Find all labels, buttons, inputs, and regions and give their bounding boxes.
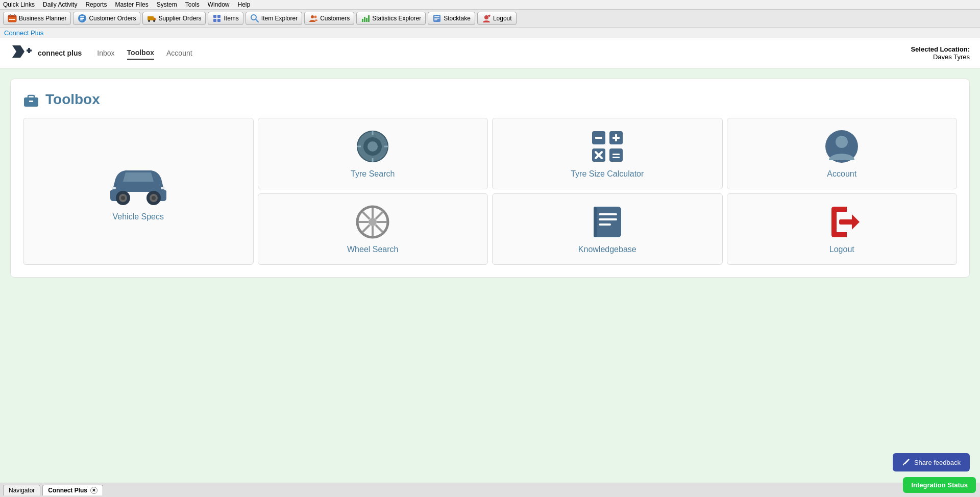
svg-rect-51 bbox=[595, 137, 602, 139]
calendar-icon bbox=[8, 14, 17, 23]
svg-rect-73 bbox=[594, 207, 621, 237]
svg-rect-74 bbox=[594, 207, 597, 237]
svg-rect-25 bbox=[366, 18, 368, 22]
svg-rect-10 bbox=[80, 19, 83, 20]
menu-master-files[interactable]: Master Files bbox=[115, 1, 148, 8]
svg-rect-59 bbox=[612, 154, 620, 155]
connect-plus-breadcrumb[interactable]: Connect Plus bbox=[0, 28, 980, 38]
svg-point-21 bbox=[311, 15, 314, 18]
status-bar: Navigator Connect Plus ✕ bbox=[0, 483, 980, 497]
svg-rect-76 bbox=[599, 218, 617, 220]
account-icon bbox=[824, 129, 860, 164]
svg-point-64 bbox=[369, 218, 377, 226]
menu-quick-links[interactable]: Quick Links bbox=[3, 1, 35, 8]
svg-point-22 bbox=[314, 16, 317, 18]
selected-location: Selected Location: Daves Tyres bbox=[911, 45, 970, 61]
svg-point-44 bbox=[152, 196, 156, 200]
svg-rect-6 bbox=[13, 19, 15, 20]
menu-bar: Quick Links Daily Activity Reports Maste… bbox=[0, 0, 980, 10]
tab-connect-plus-close[interactable]: ✕ bbox=[90, 487, 97, 494]
svg-rect-1 bbox=[8, 15, 16, 17]
tool-logout[interactable]: Logout bbox=[727, 193, 958, 265]
toolbar-logout[interactable]: Logout bbox=[477, 12, 517, 25]
customers-icon bbox=[309, 14, 318, 23]
toolbar-stocktake-label: Stocktake bbox=[444, 15, 471, 22]
svg-rect-75 bbox=[599, 213, 617, 215]
toolbar-supplier-orders[interactable]: Supplier Orders bbox=[142, 12, 206, 25]
logout-tool-icon bbox=[824, 204, 860, 240]
svg-line-72 bbox=[362, 225, 370, 232]
share-feedback-label: Share feedback bbox=[914, 459, 961, 466]
svg-rect-9 bbox=[80, 18, 84, 19]
tab-connect-plus-label: Connect Plus bbox=[48, 487, 87, 494]
tyre-icon bbox=[355, 129, 390, 164]
toolbar-items-label: Items bbox=[224, 15, 238, 22]
tab-navigator[interactable]: Navigator bbox=[3, 485, 40, 495]
menu-daily-activity[interactable]: Daily Activity bbox=[43, 1, 77, 8]
svg-rect-29 bbox=[434, 18, 439, 19]
car-icon bbox=[108, 161, 169, 207]
stats-icon bbox=[361, 14, 370, 23]
toolbox-icon bbox=[23, 91, 39, 108]
tool-wheel-search[interactable]: Wheel Search bbox=[258, 193, 488, 265]
menu-help[interactable]: Help bbox=[237, 1, 250, 8]
menu-window[interactable]: Window bbox=[208, 1, 230, 8]
svg-rect-4 bbox=[9, 19, 11, 20]
integration-status-label: Integration Status bbox=[911, 481, 968, 489]
tool-tyre-search[interactable]: Tyre Search bbox=[258, 118, 488, 189]
logout-icon bbox=[482, 14, 491, 23]
toolbar-items[interactable]: Items bbox=[208, 12, 243, 25]
svg-rect-35 bbox=[28, 48, 30, 53]
svg-line-71 bbox=[376, 212, 383, 219]
truck-icon bbox=[147, 14, 156, 23]
main-area: connect plus Inbox Toolbox Account Selec… bbox=[0, 38, 980, 483]
toolbar-item-explorer[interactable]: Item Explorer bbox=[246, 12, 302, 25]
svg-marker-79 bbox=[852, 214, 860, 230]
menu-reports[interactable]: Reports bbox=[85, 1, 107, 8]
app-header-left: connect plus Inbox Toolbox Account bbox=[10, 42, 192, 64]
svg-line-20 bbox=[256, 19, 258, 22]
toolbar-business-planner[interactable]: Business Planner bbox=[3, 12, 71, 25]
svg-rect-3 bbox=[14, 14, 15, 16]
svg-rect-30 bbox=[434, 19, 437, 20]
toolbox-card: Toolbox bbox=[10, 79, 970, 278]
toolbar-customers[interactable]: Customers bbox=[304, 12, 354, 25]
tab-connect-plus[interactable]: Connect Plus ✕ bbox=[42, 485, 103, 495]
svg-rect-26 bbox=[368, 15, 370, 22]
nav-account[interactable]: Account bbox=[166, 47, 192, 59]
toolbar-customer-orders[interactable]: Customer Orders bbox=[73, 12, 140, 25]
toolbox-title: Toolbox bbox=[23, 91, 957, 108]
svg-rect-15 bbox=[213, 15, 216, 18]
svg-line-70 bbox=[376, 225, 383, 232]
svg-rect-46 bbox=[161, 187, 165, 189]
svg-rect-24 bbox=[364, 17, 365, 22]
svg-rect-45 bbox=[112, 187, 116, 189]
app-header: connect plus Inbox Toolbox Account Selec… bbox=[0, 38, 980, 68]
menu-tools[interactable]: Tools bbox=[185, 1, 200, 8]
tool-knowledgebase[interactable]: Knowledgebase bbox=[492, 193, 723, 265]
orders-icon bbox=[78, 14, 87, 23]
account-label: Account bbox=[827, 169, 856, 179]
svg-line-69 bbox=[362, 212, 370, 219]
share-feedback-button[interactable]: Share feedback bbox=[893, 453, 970, 471]
tool-tyre-size-calculator[interactable]: Tyre Size Calculator bbox=[492, 118, 723, 189]
nav-toolbox[interactable]: Toolbox bbox=[127, 46, 154, 60]
app-nav: Inbox Toolbox Account bbox=[97, 46, 192, 60]
app-logo: connect plus bbox=[10, 42, 82, 64]
tool-account[interactable]: Account bbox=[727, 118, 958, 189]
svg-rect-60 bbox=[612, 157, 620, 158]
integration-status-button[interactable]: Integration Status bbox=[903, 477, 976, 493]
svg-rect-2 bbox=[10, 14, 11, 16]
grid-icon bbox=[212, 14, 222, 23]
nav-inbox[interactable]: Inbox bbox=[97, 47, 114, 59]
selected-location-value: Daves Tyres bbox=[933, 53, 970, 61]
toolbar-stocktake[interactable]: Stocktake bbox=[428, 12, 475, 25]
svg-point-13 bbox=[148, 20, 150, 22]
tool-vehicle-specs[interactable]: Vehicle Specs bbox=[23, 118, 254, 265]
svg-point-14 bbox=[153, 20, 155, 22]
toolbar-statistics-explorer[interactable]: Statistics Explorer bbox=[356, 12, 426, 25]
knowledgebase-icon bbox=[590, 204, 625, 240]
menu-system[interactable]: System bbox=[157, 1, 177, 8]
svg-rect-17 bbox=[213, 19, 216, 22]
calculator-icon bbox=[590, 129, 625, 164]
